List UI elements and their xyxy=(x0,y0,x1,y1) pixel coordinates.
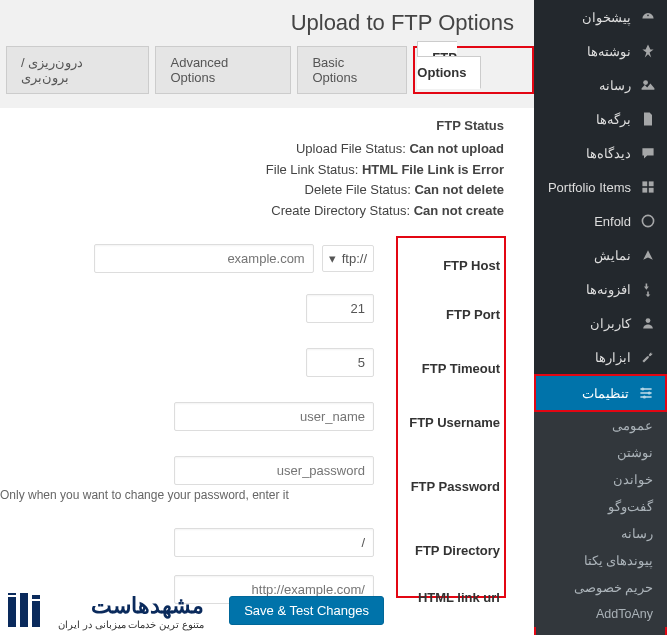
sidebar-item-label: کاربران xyxy=(590,316,631,331)
users-icon xyxy=(639,314,657,332)
protocol-select[interactable]: ▾ ftp:// xyxy=(322,245,374,272)
status-value: Can not create xyxy=(414,203,504,218)
gallery-icon xyxy=(639,178,657,196)
status-label: Delete File Status: xyxy=(305,182,411,197)
sidebar-item-plugins[interactable]: افزونه‌ها xyxy=(534,272,667,306)
label-ftp-username: FTP Username xyxy=(402,396,500,450)
sidebar-item-dashboard[interactable]: پیشخوان xyxy=(534,0,667,34)
sidebar-item-label: Enfold xyxy=(594,214,631,229)
brand-logo: مشهدهاست متنوع ترین خدمات میزبانی در ایر… xyxy=(6,591,204,631)
status-value: HTML File Link is Error xyxy=(362,162,504,177)
label-ftp-host: FTP Host xyxy=(402,242,500,288)
sidebar-item-comments[interactable]: دیدگاه‌ها xyxy=(534,136,667,170)
label-ftp-directory: FTP Directory xyxy=(402,524,500,578)
appearance-icon xyxy=(639,246,657,264)
sidebar-item-media[interactable]: رسانه xyxy=(534,68,667,102)
status-label: Create Directory Status: xyxy=(271,203,410,218)
page-icon xyxy=(639,110,657,128)
sidebar-sub-general[interactable]: عمومی xyxy=(534,412,667,439)
svg-point-5 xyxy=(642,215,653,226)
tabs-nav: درون‌ریزی / برون‌بری Advanced Options Ba… xyxy=(0,46,534,108)
ftp-timeout-input[interactable] xyxy=(306,348,374,377)
pin-icon xyxy=(639,42,657,60)
svg-rect-2 xyxy=(649,181,654,186)
svg-rect-14 xyxy=(20,593,28,627)
logo-mark-icon xyxy=(6,591,50,631)
save-test-button[interactable]: Save & Test Changes xyxy=(229,596,384,625)
sidebar-item-posts[interactable]: نوشته‌ها xyxy=(534,34,667,68)
svg-rect-13 xyxy=(8,597,16,627)
enfold-icon xyxy=(639,212,657,230)
settings-icon xyxy=(637,384,655,402)
tab-highlight: FTP Options xyxy=(413,46,534,94)
logo-title: مشهدهاست xyxy=(58,593,204,619)
status-label: Upload File Status: xyxy=(296,141,406,156)
svg-point-10 xyxy=(641,387,644,390)
ftp-port-input[interactable] xyxy=(306,294,374,323)
sidebar-item-label: نوشته‌ها xyxy=(587,44,631,59)
tab-basic[interactable]: Basic Options xyxy=(297,46,407,94)
svg-rect-1 xyxy=(642,181,647,186)
sidebar-sub-privacy[interactable]: حریم خصوصی xyxy=(534,574,667,601)
svg-point-6 xyxy=(646,318,651,323)
ftp-directory-input[interactable] xyxy=(174,528,374,557)
dashboard-icon xyxy=(639,8,657,26)
svg-rect-3 xyxy=(642,188,647,193)
sidebar-sub-writing[interactable]: نوشتن xyxy=(534,439,667,466)
ftp-host-input[interactable] xyxy=(94,244,314,273)
tools-icon xyxy=(639,348,657,366)
svg-rect-17 xyxy=(32,595,40,599)
label-ftp-timeout: FTP Timeout xyxy=(402,342,500,396)
sidebar-sub-reading[interactable]: خواندن xyxy=(534,466,667,493)
comment-icon xyxy=(639,144,657,162)
admin-sidebar: پیشخوان نوشته‌ها رسانه برگه‌ها دیدگاه‌ها… xyxy=(534,0,667,635)
sidebar-sub-media[interactable]: رسانه xyxy=(534,520,667,547)
sidebar-item-label: نمایش xyxy=(594,248,631,263)
sidebar-item-label: ابزارها xyxy=(595,350,631,365)
svg-rect-16 xyxy=(8,593,16,595)
status-value: Can not delete xyxy=(414,182,504,197)
ftp-username-input[interactable] xyxy=(174,402,374,431)
sidebar-item-tools[interactable]: ابزارها xyxy=(534,340,667,374)
chevron-down-icon: ▾ xyxy=(329,251,336,266)
status-value: Can not upload xyxy=(409,141,504,156)
sidebar-sub-upload-ftp[interactable]: Upload to FTP xyxy=(536,627,665,635)
tab-ftp-options[interactable]: FTP Options xyxy=(417,41,481,89)
ftp-password-input[interactable] xyxy=(174,456,374,485)
main-content: Upload to FTP Options درون‌ریزی / برون‌ب… xyxy=(0,0,534,635)
plugin-icon xyxy=(639,280,657,298)
protocol-value: ftp:// xyxy=(342,251,367,266)
sidebar-item-label: دیدگاه‌ها xyxy=(586,146,631,161)
media-icon xyxy=(639,76,657,94)
sidebar-item-label: پیشخوان xyxy=(582,10,631,25)
labels-highlight: FTP Host FTP Port FTP Timeout FTP Userna… xyxy=(396,236,506,598)
sidebar-sub-discussion[interactable]: گفت‌وگو xyxy=(534,493,667,520)
sidebar-item-label: تنظیمات xyxy=(582,386,629,401)
sidebar-item-label: Portfolio Items xyxy=(548,180,631,195)
sidebar-item-settings[interactable]: تنظیمات xyxy=(536,376,665,410)
label-ftp-password: FTP Password xyxy=(402,450,500,524)
sidebar-item-label: افزونه‌ها xyxy=(586,282,631,297)
svg-point-12 xyxy=(643,395,646,398)
ftp-status-block: FTP Status Upload File Status: Can not u… xyxy=(0,116,524,236)
status-label: File Link Status: xyxy=(266,162,359,177)
sidebar-item-label: رسانه xyxy=(599,78,631,93)
sidebar-item-portfolio[interactable]: Portfolio Items xyxy=(534,170,667,204)
sidebar-sub-permalinks[interactable]: پیوندهای یکتا xyxy=(534,547,667,574)
status-heading: FTP Status xyxy=(0,116,504,137)
tab-import-export[interactable]: درون‌ریزی / برون‌بری xyxy=(6,46,149,94)
svg-rect-4 xyxy=(649,188,654,193)
sidebar-item-pages[interactable]: برگه‌ها xyxy=(534,102,667,136)
ftp-form: FTP Host FTP Port FTP Timeout FTP Userna… xyxy=(0,236,524,610)
sidebar-item-enfold[interactable]: Enfold xyxy=(534,204,667,238)
label-html-link: HTML link url xyxy=(402,578,500,618)
logo-subtitle: متنوع ترین خدمات میزبانی در ایران xyxy=(58,619,204,630)
sidebar-item-label: برگه‌ها xyxy=(596,112,631,127)
svg-point-0 xyxy=(643,80,648,85)
sidebar-item-users[interactable]: کاربران xyxy=(534,306,667,340)
sidebar-item-appearance[interactable]: نمایش xyxy=(534,238,667,272)
label-ftp-port: FTP Port xyxy=(402,288,500,342)
tab-advanced[interactable]: Advanced Options xyxy=(155,46,291,94)
sidebar-sub-addtoany[interactable]: AddToAny xyxy=(534,601,667,627)
password-hint: Only when you want to change your passwo… xyxy=(0,488,374,502)
